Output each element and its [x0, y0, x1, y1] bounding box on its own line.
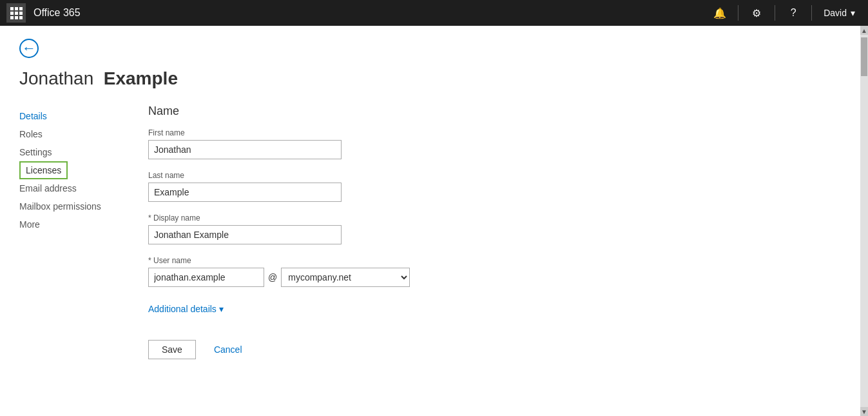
side-nav: Details Roles Settings Licenses Email ad…: [19, 104, 135, 379]
bell-icon: 🔔: [713, 7, 726, 19]
settings-button[interactable]: ⚙: [744, 0, 769, 26]
sidebar-item-email-address[interactable]: Email address: [19, 179, 135, 197]
notifications-button[interactable]: 🔔: [707, 0, 733, 26]
back-arrow-icon: ←: [22, 41, 36, 55]
cancel-button[interactable]: Cancel: [206, 340, 250, 359]
gear-icon: ⚙: [752, 7, 761, 19]
action-buttons: Save Cancel: [148, 340, 535, 379]
sidebar-item-settings[interactable]: Settings: [19, 143, 135, 161]
page-title-first: Jonathan: [19, 68, 93, 88]
page-body: Details Roles Settings Licenses Email ad…: [19, 104, 849, 379]
user-menu-button[interactable]: David ▾: [817, 8, 862, 18]
first-name-group: First name: [148, 128, 535, 159]
scroll-down-button[interactable]: ▼: [860, 407, 868, 416]
help-button[interactable]: ?: [780, 0, 806, 26]
sidebar-item-mailbox-permissions[interactable]: Mailbox permissions: [19, 197, 135, 215]
separator-1: [738, 5, 738, 21]
user-name: David: [824, 8, 847, 18]
username-local-input[interactable]: [148, 268, 264, 287]
waffle-button[interactable]: [6, 3, 26, 23]
main-wrapper: ← Jonathan Example Details Roles Setting…: [0, 26, 868, 416]
question-icon: ?: [791, 7, 796, 19]
additional-details-button[interactable]: Additional details ▾: [148, 304, 224, 314]
additional-details-label: Additional details: [148, 304, 217, 314]
first-name-label: First name: [148, 128, 535, 137]
waffle-icon: [10, 7, 23, 19]
username-label: * User name: [148, 256, 535, 265]
sidebar-item-roles[interactable]: Roles: [19, 125, 135, 143]
chevron-down-icon: ▾: [851, 8, 855, 18]
at-sign: @: [268, 272, 277, 282]
scrollbar: ▲ ▼: [860, 26, 868, 416]
display-name-input[interactable]: [148, 225, 342, 244]
form-section: Name First name Last name * Display name: [135, 104, 535, 379]
sidebar-item-licenses[interactable]: Licenses: [19, 161, 68, 179]
separator-2: [775, 5, 775, 21]
content-area: ← Jonathan Example Details Roles Setting…: [0, 26, 868, 416]
scroll-up-button[interactable]: ▲: [860, 26, 868, 35]
back-button[interactable]: ←: [19, 39, 39, 58]
display-name-label: * Display name: [148, 213, 535, 223]
save-button[interactable]: Save: [148, 340, 196, 359]
last-name-group: Last name: [148, 171, 535, 202]
topbar-actions: 🔔 ⚙ ? David ▾: [707, 0, 862, 26]
page-title: Jonathan Example: [19, 68, 849, 89]
scroll-thumb[interactable]: [861, 37, 867, 76]
last-name-input[interactable]: [148, 183, 342, 202]
first-name-input[interactable]: [148, 140, 342, 159]
username-group: * User name @ mycompany.net: [148, 256, 535, 287]
username-row: @ mycompany.net: [148, 268, 535, 287]
app-title: Office 365: [34, 7, 707, 19]
separator-3: [811, 5, 812, 21]
section-heading: Name: [148, 104, 535, 118]
display-name-group: * Display name: [148, 213, 535, 244]
page-title-last: Example: [104, 68, 178, 88]
topbar: Office 365 🔔 ⚙ ? David ▾: [0, 0, 868, 26]
domain-select[interactable]: mycompany.net: [281, 268, 410, 287]
last-name-label: Last name: [148, 171, 535, 180]
sidebar-item-details[interactable]: Details: [19, 107, 135, 125]
additional-details-arrow-icon: ▾: [219, 304, 224, 314]
sidebar-item-more[interactable]: More: [19, 215, 135, 233]
